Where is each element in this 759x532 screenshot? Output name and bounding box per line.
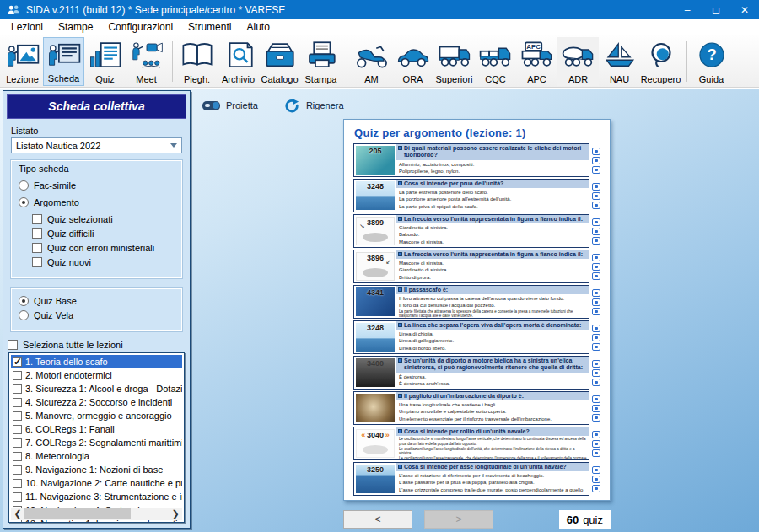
lesson-item[interactable]: 9. Navigazione 1: Nozioni di base — [11, 463, 182, 476]
next-page-button[interactable]: > — [424, 510, 493, 529]
quiz-action-icon[interactable] — [592, 148, 600, 155]
quiz-action-icon[interactable] — [592, 263, 600, 271]
radio-icon[interactable] — [19, 180, 29, 191]
toolbar-button[interactable]: Meet — [126, 37, 167, 86]
maximize-button[interactable]: ◻ — [702, 0, 730, 19]
projector-toggle-icon[interactable] — [202, 101, 220, 110]
checkbox-icon[interactable] — [32, 243, 42, 253]
quiz-action-icon[interactable] — [592, 466, 600, 474]
toolbar-button[interactable]: ADR — [557, 37, 599, 86]
quiz-type-radio-option[interactable]: Quiz Vela — [19, 310, 175, 320]
menu-item[interactable]: Configurazioni — [100, 19, 180, 35]
toolbar-button[interactable]: ORA — [392, 37, 433, 86]
menu-item[interactable]: Lezioni — [3, 19, 51, 35]
quiz-action-icon[interactable] — [592, 476, 600, 483]
toolbar-button[interactable]: Catalogo — [259, 37, 300, 86]
quiz-action-icon[interactable] — [592, 485, 600, 492]
lesson-checkbox-icon[interactable] — [13, 371, 22, 380]
listato-dropdown[interactable]: Listato Nautica 2022 — [11, 137, 182, 153]
toolbar-button[interactable]: NAU — [599, 37, 640, 86]
quiz-filter-checkbox-option[interactable]: Quiz nuovi — [32, 257, 175, 267]
lesson-item[interactable]: 1. Teoria dello scafo — [11, 355, 182, 368]
lesson-item[interactable]: 10. Navigazione 2: Carte nautiche e pubb… — [11, 476, 182, 490]
lesson-checkbox-icon[interactable] — [13, 398, 22, 407]
lesson-checkbox-icon[interactable] — [13, 357, 22, 367]
proietta-button[interactable]: Proietta — [202, 100, 258, 110]
toolbar-button[interactable]: Piegh. — [176, 37, 218, 86]
toolbar-button[interactable]: Superiori — [433, 37, 475, 86]
quiz-action-icon[interactable] — [592, 414, 600, 422]
quiz-action-icon[interactable] — [592, 449, 600, 457]
quiz-action-icon[interactable] — [592, 157, 600, 164]
quiz-action-icon[interactable] — [592, 440, 600, 448]
lesson-item[interactable]: 5. Manovre, ormeggio e ancoraggio — [11, 409, 182, 422]
scroll-left-icon[interactable]: ❮ — [11, 508, 24, 520]
radio-icon[interactable] — [19, 197, 29, 207]
minimize-button[interactable]: – — [673, 0, 702, 19]
select-all-lessons-option[interactable]: Seleziona tutte le lezioni — [8, 340, 190, 350]
lesson-checkbox-icon[interactable] — [13, 425, 22, 434]
checkbox-icon[interactable] — [32, 257, 42, 267]
lesson-item[interactable]: 3. Sicurezza 1: Alcool e droga - Dotazio… — [11, 382, 182, 395]
lesson-item[interactable]: 7. COLRegs 2: Segnalamenti marittimi e m… — [11, 436, 182, 449]
toolbar-button[interactable]: Quiz — [84, 37, 126, 86]
close-button[interactable]: ✕ — [730, 0, 759, 19]
lesson-item[interactable]: 8. Meteorologia — [11, 449, 182, 463]
lesson-item[interactable]: 11. Navigazione 3: Strumentazione e intr… — [11, 490, 182, 503]
tipo-radio-option[interactable]: Fac-simile — [19, 180, 175, 191]
lesson-checkbox-icon[interactable] — [13, 438, 22, 448]
quiz-action-icon[interactable] — [592, 360, 600, 368]
quiz-action-icon[interactable] — [592, 218, 600, 226]
checkbox-icon[interactable] — [32, 214, 42, 224]
quiz-action-icon[interactable] — [592, 308, 600, 315]
quiz-action-icon[interactable] — [592, 272, 600, 280]
quiz-type-radio-option[interactable]: Quiz Base — [19, 296, 175, 306]
toolbar-button[interactable]: Recupero — [640, 37, 681, 86]
toolbar-button[interactable]: CQC — [475, 37, 516, 86]
quiz-action-icon[interactable] — [592, 254, 600, 261]
toolbar-button[interactable]: AM — [351, 37, 392, 86]
quiz-action-icon[interactable] — [592, 343, 600, 351]
quiz-action-icon[interactable] — [592, 289, 600, 297]
lesson-checkbox-icon[interactable] — [13, 384, 22, 394]
quiz-action-icon[interactable] — [592, 431, 600, 438]
quiz-action-icon[interactable] — [592, 379, 600, 386]
quiz-action-icon[interactable] — [592, 395, 600, 403]
menu-item[interactable]: Strumenti — [180, 19, 239, 35]
chevron-down-icon[interactable] — [166, 143, 181, 148]
menu-item[interactable]: Stampe — [51, 19, 100, 35]
lesson-checkbox-icon[interactable] — [13, 492, 22, 502]
quiz-action-icon[interactable] — [592, 325, 600, 332]
lesson-checkbox-icon[interactable] — [13, 465, 22, 475]
toolbar-button[interactable]: Archivio — [218, 37, 259, 86]
tipo-radio-option[interactable]: Argomento — [19, 197, 175, 207]
quiz-action-icon[interactable] — [592, 405, 600, 412]
horizontal-scrollbar[interactable]: ❮ ❯ — [11, 508, 182, 520]
quiz-action-icon[interactable] — [592, 237, 600, 245]
menu-item[interactable]: Aiuto — [239, 19, 277, 35]
toolbar-button[interactable]: Lezione — [2, 37, 43, 86]
rigenera-button[interactable]: Rigenera — [283, 98, 344, 113]
quiz-action-icon[interactable] — [592, 166, 600, 174]
toolbar-button[interactable]: APC — [516, 37, 557, 86]
quiz-action-icon[interactable] — [592, 192, 600, 200]
toolbar-button[interactable]: Guida — [691, 37, 732, 86]
previous-page-button[interactable]: < — [343, 510, 412, 529]
lesson-checkbox-icon[interactable] — [13, 411, 22, 421]
toolbar-button[interactable]: Stampa — [300, 37, 342, 86]
checkbox-icon[interactable] — [32, 228, 42, 239]
quiz-action-icon[interactable] — [592, 183, 600, 191]
scrollbar-thumb[interactable] — [24, 508, 131, 519]
toolbar-button[interactable]: Scheda — [43, 37, 84, 86]
quiz-action-icon[interactable] — [592, 228, 600, 235]
radio-icon[interactable] — [19, 296, 29, 306]
lesson-item[interactable]: 2. Motori endotermici — [11, 368, 182, 382]
quiz-action-icon[interactable] — [592, 202, 600, 209]
quiz-filter-checkbox-option[interactable]: Quiz con errori ministeriali — [32, 243, 175, 253]
quiz-action-icon[interactable] — [592, 298, 600, 306]
quiz-action-icon[interactable] — [592, 334, 600, 341]
quiz-filter-checkbox-option[interactable]: Quiz selezionati — [32, 214, 175, 224]
checkbox-icon[interactable] — [8, 340, 18, 350]
scroll-right-icon[interactable]: ❯ — [169, 508, 182, 520]
lesson-item[interactable]: 4. Sicurezza 2: Soccorso e incidenti — [11, 395, 182, 409]
